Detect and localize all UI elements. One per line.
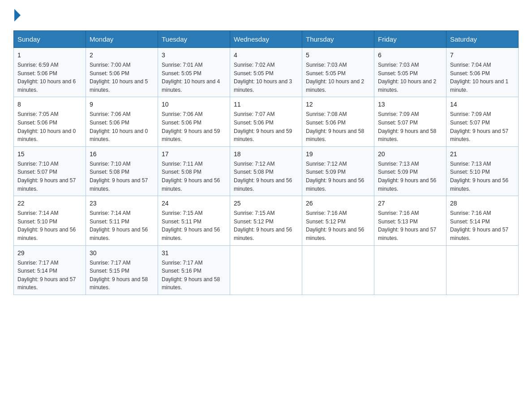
day-info: Sunrise: 7:06 AM Sunset: 5:06 PM Dayligh… — [90, 110, 154, 143]
calendar-cell: 30 Sunrise: 7:17 AM Sunset: 5:15 PM Dayl… — [86, 245, 158, 295]
day-info: Sunrise: 7:00 AM Sunset: 5:06 PM Dayligh… — [90, 61, 154, 94]
day-info: Sunrise: 7:13 AM Sunset: 5:10 PM Dayligh… — [450, 160, 515, 193]
calendar-cell: 16 Sunrise: 7:10 AM Sunset: 5:08 PM Dayl… — [86, 146, 158, 196]
day-number: 9 — [90, 100, 154, 109]
day-info: Sunrise: 7:02 AM Sunset: 5:05 PM Dayligh… — [234, 61, 298, 94]
day-number: 25 — [234, 199, 298, 208]
calendar-cell: 8 Sunrise: 7:05 AM Sunset: 5:06 PM Dayli… — [14, 97, 86, 146]
calendar-cell: 4 Sunrise: 7:02 AM Sunset: 5:05 PM Dayli… — [230, 48, 302, 97]
calendar-cell: 1 Sunrise: 6:59 AM Sunset: 5:06 PM Dayli… — [14, 48, 86, 97]
day-number: 26 — [306, 199, 370, 208]
day-info: Sunrise: 7:15 AM Sunset: 5:12 PM Dayligh… — [234, 209, 298, 242]
calendar-cell: 19 Sunrise: 7:12 AM Sunset: 5:09 PM Dayl… — [302, 146, 374, 196]
day-number: 8 — [17, 100, 82, 109]
calendar-cell: 9 Sunrise: 7:06 AM Sunset: 5:06 PM Dayli… — [86, 97, 158, 146]
day-number: 21 — [450, 150, 515, 159]
calendar-cell: 22 Sunrise: 7:14 AM Sunset: 5:10 PM Dayl… — [14, 196, 86, 245]
day-info: Sunrise: 7:09 AM Sunset: 5:07 PM Dayligh… — [450, 110, 515, 143]
day-number: 4 — [234, 51, 298, 60]
day-info: Sunrise: 7:05 AM Sunset: 5:06 PM Dayligh… — [17, 110, 82, 143]
calendar-cell: 14 Sunrise: 7:09 AM Sunset: 5:07 PM Dayl… — [446, 97, 519, 146]
calendar-cell: 3 Sunrise: 7:01 AM Sunset: 5:05 PM Dayli… — [158, 48, 230, 97]
calendar-cell: 24 Sunrise: 7:15 AM Sunset: 5:11 PM Dayl… — [158, 196, 230, 245]
calendar-cell: 28 Sunrise: 7:16 AM Sunset: 5:14 PM Dayl… — [446, 196, 519, 245]
page-header — [13, 9, 519, 21]
day-number: 6 — [378, 51, 442, 60]
day-info: Sunrise: 7:14 AM Sunset: 5:11 PM Dayligh… — [90, 209, 154, 242]
calendar-cell — [446, 245, 519, 295]
calendar-cell: 23 Sunrise: 7:14 AM Sunset: 5:11 PM Dayl… — [86, 196, 158, 245]
day-info: Sunrise: 7:06 AM Sunset: 5:06 PM Dayligh… — [162, 110, 226, 143]
day-info: Sunrise: 7:17 AM Sunset: 5:14 PM Dayligh… — [17, 259, 82, 292]
calendar-week-row: 22 Sunrise: 7:14 AM Sunset: 5:10 PM Dayl… — [14, 196, 519, 245]
calendar-cell: 29 Sunrise: 7:17 AM Sunset: 5:14 PM Dayl… — [14, 245, 86, 295]
day-header-tuesday: Tuesday — [158, 31, 230, 48]
day-number: 30 — [90, 248, 154, 258]
day-header-monday: Monday — [86, 31, 158, 48]
day-number: 19 — [306, 150, 370, 159]
day-number: 11 — [234, 100, 298, 109]
calendar-cell — [230, 245, 302, 295]
calendar-week-row: 29 Sunrise: 7:17 AM Sunset: 5:14 PM Dayl… — [14, 245, 519, 295]
day-info: Sunrise: 7:15 AM Sunset: 5:11 PM Dayligh… — [162, 209, 226, 242]
day-number: 12 — [306, 100, 370, 109]
day-number: 14 — [450, 100, 515, 109]
calendar-header: SundayMondayTuesdayWednesdayThursdayFrid… — [14, 31, 519, 48]
day-info: Sunrise: 7:09 AM Sunset: 5:07 PM Dayligh… — [378, 110, 442, 143]
calendar-week-row: 15 Sunrise: 7:10 AM Sunset: 5:07 PM Dayl… — [14, 146, 519, 196]
day-number: 18 — [234, 150, 298, 159]
day-info: Sunrise: 7:16 AM Sunset: 5:14 PM Dayligh… — [450, 209, 515, 242]
calendar-table: SundayMondayTuesdayWednesdayThursdayFrid… — [13, 30, 519, 295]
day-info: Sunrise: 7:17 AM Sunset: 5:16 PM Dayligh… — [162, 259, 226, 292]
day-number: 23 — [90, 199, 154, 208]
day-number: 10 — [162, 100, 226, 109]
calendar-cell: 7 Sunrise: 7:04 AM Sunset: 5:06 PM Dayli… — [446, 48, 519, 97]
day-info: Sunrise: 7:13 AM Sunset: 5:09 PM Dayligh… — [378, 160, 442, 193]
calendar-cell: 6 Sunrise: 7:03 AM Sunset: 5:05 PM Dayli… — [374, 48, 446, 97]
day-info: Sunrise: 7:03 AM Sunset: 5:05 PM Dayligh… — [306, 61, 370, 94]
calendar-cell: 10 Sunrise: 7:06 AM Sunset: 5:06 PM Dayl… — [158, 97, 230, 146]
day-number: 13 — [378, 100, 442, 109]
day-info: Sunrise: 7:17 AM Sunset: 5:15 PM Dayligh… — [90, 259, 154, 292]
day-info: Sunrise: 7:14 AM Sunset: 5:10 PM Dayligh… — [17, 209, 82, 242]
calendar-cell: 31 Sunrise: 7:17 AM Sunset: 5:16 PM Dayl… — [158, 245, 230, 295]
day-info: Sunrise: 7:01 AM Sunset: 5:05 PM Dayligh… — [162, 61, 226, 94]
day-header-friday: Friday — [374, 31, 446, 48]
day-header-thursday: Thursday — [302, 31, 374, 48]
calendar-cell: 18 Sunrise: 7:12 AM Sunset: 5:08 PM Dayl… — [230, 146, 302, 196]
day-info: Sunrise: 7:11 AM Sunset: 5:08 PM Dayligh… — [162, 160, 226, 193]
day-header-sunday: Sunday — [14, 31, 86, 48]
day-number: 28 — [450, 199, 515, 208]
calendar-cell — [302, 245, 374, 295]
day-info: Sunrise: 7:07 AM Sunset: 5:06 PM Dayligh… — [234, 110, 298, 143]
calendar-cell: 25 Sunrise: 7:15 AM Sunset: 5:12 PM Dayl… — [230, 196, 302, 245]
logo — [13, 9, 21, 21]
calendar-cell: 13 Sunrise: 7:09 AM Sunset: 5:07 PM Dayl… — [374, 97, 446, 146]
calendar-cell: 12 Sunrise: 7:08 AM Sunset: 5:06 PM Dayl… — [302, 97, 374, 146]
day-info: Sunrise: 7:12 AM Sunset: 5:09 PM Dayligh… — [306, 160, 370, 193]
day-number: 3 — [162, 51, 226, 60]
day-number: 7 — [450, 51, 515, 60]
day-info: Sunrise: 7:16 AM Sunset: 5:13 PM Dayligh… — [378, 209, 442, 242]
day-number: 27 — [378, 199, 442, 208]
calendar-week-row: 8 Sunrise: 7:05 AM Sunset: 5:06 PM Dayli… — [14, 97, 519, 146]
day-number: 1 — [17, 51, 82, 60]
day-header-saturday: Saturday — [446, 31, 519, 48]
day-info: Sunrise: 6:59 AM Sunset: 5:06 PM Dayligh… — [17, 61, 82, 94]
day-number: 22 — [17, 199, 82, 208]
day-header-row: SundayMondayTuesdayWednesdayThursdayFrid… — [14, 31, 519, 48]
calendar-cell: 17 Sunrise: 7:11 AM Sunset: 5:08 PM Dayl… — [158, 146, 230, 196]
day-header-wednesday: Wednesday — [230, 31, 302, 48]
day-info: Sunrise: 7:12 AM Sunset: 5:08 PM Dayligh… — [234, 160, 298, 193]
calendar-cell: 2 Sunrise: 7:00 AM Sunset: 5:06 PM Dayli… — [86, 48, 158, 97]
calendar-cell — [374, 245, 446, 295]
calendar-cell: 5 Sunrise: 7:03 AM Sunset: 5:05 PM Dayli… — [302, 48, 374, 97]
day-number: 29 — [17, 248, 82, 258]
calendar-cell: 15 Sunrise: 7:10 AM Sunset: 5:07 PM Dayl… — [14, 146, 86, 196]
day-number: 15 — [17, 150, 82, 159]
calendar-cell: 11 Sunrise: 7:07 AM Sunset: 5:06 PM Dayl… — [230, 97, 302, 146]
calendar-cell: 26 Sunrise: 7:16 AM Sunset: 5:12 PM Dayl… — [302, 196, 374, 245]
day-number: 5 — [306, 51, 370, 60]
calendar-cell: 20 Sunrise: 7:13 AM Sunset: 5:09 PM Dayl… — [374, 146, 446, 196]
day-number: 16 — [90, 150, 154, 159]
